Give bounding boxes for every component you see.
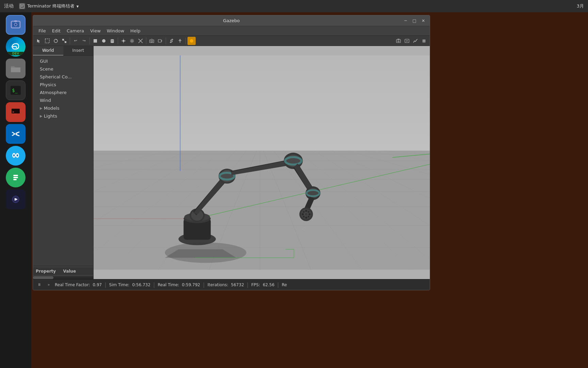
dock-vscode-icon[interactable]	[6, 124, 26, 144]
svg-point-116	[303, 211, 305, 213]
3d-viewport[interactable]	[94, 46, 430, 279]
dock-screenshot-icon[interactable]	[6, 15, 26, 35]
tree-item-models[interactable]: ▶ Models	[33, 104, 93, 112]
close-button[interactable]: ✕	[420, 17, 427, 25]
dock-redterm-icon[interactable]: >_	[6, 102, 26, 122]
iterations-value: 56732	[231, 282, 244, 287]
system-topbar: 活动 Terminator 终端终结者 ▾ 3月	[0, 0, 588, 12]
dock-tencent-icon[interactable]	[6, 146, 26, 166]
toolbar-sep-6	[185, 37, 186, 44]
menu-camera[interactable]: Camera	[64, 27, 87, 34]
cursor-tool-button[interactable]	[35, 37, 43, 45]
lights-arrow-icon: ▶	[40, 114, 43, 118]
dropdown-arrow[interactable]: ▾	[77, 4, 79, 9]
tree-item-physics[interactable]: Physics	[33, 81, 93, 89]
realtime-factor-value: 0.97	[93, 282, 102, 287]
svg-rect-58	[405, 39, 409, 43]
svg-point-36	[111, 42, 114, 43]
tab-insert[interactable]: Insert	[63, 46, 94, 56]
svg-rect-49	[158, 40, 161, 42]
screenshot-tool-button[interactable]	[395, 37, 402, 45]
iterations-label: Iterations:	[208, 282, 228, 287]
svg-point-113	[305, 217, 307, 219]
app-name-label[interactable]: Terminator 终端终结者	[27, 3, 75, 9]
realtime-value: 0:59.792	[182, 282, 200, 287]
svg-point-114	[305, 210, 307, 212]
activities-label[interactable]: 活动	[4, 3, 14, 9]
svg-point-37	[122, 40, 125, 42]
box-tool-button[interactable]	[92, 37, 99, 45]
pause-button[interactable]: ⏸	[36, 281, 43, 288]
active-app: Terminator 终端终结者 ▾	[19, 3, 79, 9]
dock-media-icon[interactable]	[6, 189, 26, 209]
undo-button[interactable]: ↩	[72, 37, 79, 45]
svg-point-48	[151, 40, 153, 42]
menu-file[interactable]: File	[36, 27, 49, 34]
maximize-button[interactable]: □	[411, 17, 418, 25]
window-title: Gazebo	[223, 18, 240, 23]
minimize-button[interactable]: ─	[402, 17, 409, 25]
camera-button[interactable]	[148, 37, 156, 45]
select-tool-button[interactable]	[44, 37, 51, 45]
tree-item-gui[interactable]: GUI	[33, 57, 93, 65]
toolbar: ↩ ↪	[33, 36, 430, 46]
world-tree: GUI Scene Spherical Co... Physics Atmosp…	[33, 56, 93, 266]
anchor-button[interactable]	[176, 37, 184, 45]
dock-edge-icon[interactable]: DEV	[6, 37, 26, 57]
tree-item-wind[interactable]: Wind	[33, 96, 93, 104]
dock-terminal-icon[interactable]: $_	[6, 80, 26, 100]
svg-rect-22	[13, 179, 17, 180]
svg-point-18	[17, 154, 18, 156]
models-arrow-icon: ▶	[40, 106, 43, 110]
link-button[interactable]	[168, 37, 175, 45]
property-section: Property Value	[33, 266, 93, 276]
diagonal-tool-button[interactable]	[137, 37, 144, 45]
sun-light-button[interactable]	[120, 37, 127, 45]
realtime-factor-label: Real Time Factor:	[55, 282, 90, 287]
scrollbar-thumb[interactable]	[33, 276, 53, 279]
settings-tool-button[interactable]: ▦	[420, 37, 428, 45]
rotate-tool-button[interactable]	[52, 37, 60, 45]
step-button[interactable]: »	[45, 281, 52, 288]
menu-view[interactable]: View	[87, 27, 103, 34]
dock-green-app-icon[interactable]	[6, 168, 26, 187]
re-indicator: Re	[282, 282, 287, 287]
svg-rect-55	[396, 40, 401, 43]
svg-point-17	[13, 154, 15, 156]
orange-indicator-button[interactable]	[187, 37, 196, 45]
simtime-value: 0:56.732	[132, 282, 150, 287]
menu-help[interactable]: Help	[128, 27, 143, 34]
tab-world[interactable]: World	[33, 46, 63, 56]
svg-text:>_: >_	[12, 110, 17, 114]
grid-button[interactable]	[128, 37, 136, 45]
svg-rect-1	[21, 5, 23, 6]
menu-window[interactable]: Window	[104, 27, 127, 34]
gazebo-window: Gazebo ─ □ ✕ File Edit Camera View Windo…	[33, 15, 430, 290]
application-dock: DEV $_ >_	[0, 12, 31, 368]
svg-point-33	[102, 39, 105, 43]
sphere-tool-button[interactable]	[100, 37, 108, 45]
tree-item-scene[interactable]: Scene	[33, 65, 93, 73]
svg-point-115	[308, 216, 309, 217]
scale-tool-button[interactable]	[61, 37, 68, 45]
window-titlebar: Gazebo ─ □ ✕	[33, 15, 430, 26]
toolbar-sep-4	[146, 37, 146, 44]
dock-folder-icon[interactable]	[6, 59, 26, 78]
svg-point-112	[302, 213, 304, 215]
tree-item-lights[interactable]: ▶ Lights	[33, 112, 93, 120]
svg-rect-5	[14, 20, 17, 22]
redo-button[interactable]: ↪	[80, 37, 88, 45]
tree-item-spherical[interactable]: Spherical Co...	[33, 73, 93, 81]
svg-rect-2	[21, 6, 23, 7]
graph-tool-button[interactable]	[412, 37, 419, 45]
record-tool-button[interactable]	[403, 37, 411, 45]
app-icon	[19, 3, 25, 9]
horizontal-scrollbar[interactable]	[33, 276, 93, 279]
main-content-area: World Insert GUI Scene Spherical Co... P…	[33, 46, 430, 279]
left-panel: World Insert GUI Scene Spherical Co... P…	[33, 46, 94, 279]
menu-edit[interactable]: Edit	[49, 27, 63, 34]
window-controls: ─ □ ✕	[402, 17, 427, 25]
record-button[interactable]	[157, 37, 164, 45]
cylinder-tool-button[interactable]	[109, 37, 116, 45]
tree-item-atmosphere[interactable]: Atmosphere	[33, 89, 93, 96]
